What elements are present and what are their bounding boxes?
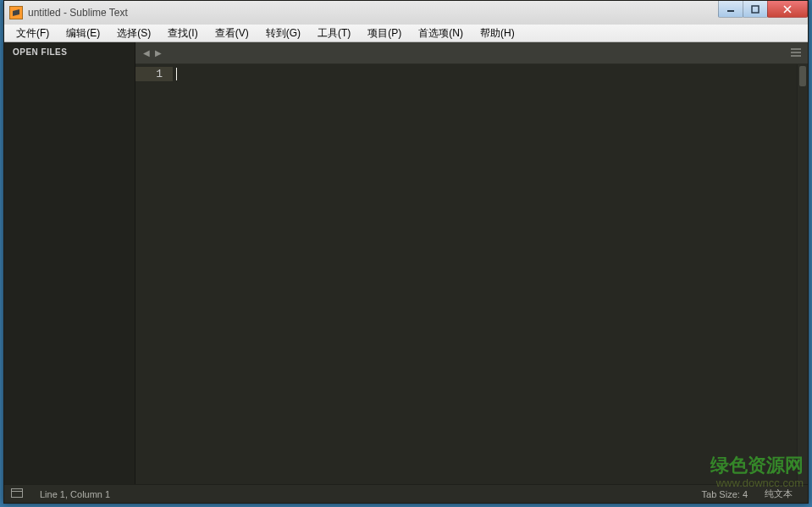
editor-area: 1 — [135, 64, 808, 484]
scrollbar-thumb[interactable] — [799, 66, 806, 86]
app-window: untitled - Sublime Text 文件(F) 编辑(E) 选择(S… — [3, 0, 809, 504]
panel-switcher-icon[interactable] — [11, 488, 23, 499]
menu-tools[interactable]: 工具(T) — [309, 25, 359, 42]
gutter: 1 — [135, 64, 173, 484]
editor-column: ◀ ▶ 1 — [135, 42, 808, 484]
text-cursor — [176, 68, 177, 80]
tab-prev-icon[interactable]: ◀ — [141, 48, 152, 58]
menu-preferences[interactable]: 首选项(N) — [410, 25, 472, 42]
minimize-button[interactable] — [718, 1, 743, 18]
app-icon — [9, 6, 23, 19]
menu-selection[interactable]: 选择(S) — [108, 25, 159, 42]
menu-edit[interactable]: 编辑(E) — [58, 25, 108, 42]
status-syntax[interactable]: 纯文本 — [756, 488, 801, 500]
menu-goto[interactable]: 转到(G) — [257, 25, 309, 42]
menubar: 文件(F) 编辑(E) 选择(S) 查找(I) 查看(V) 转到(G) 工具(T… — [4, 25, 808, 42]
menu-project[interactable]: 项目(P) — [359, 25, 410, 42]
code-line[interactable] — [176, 67, 797, 81]
statusbar: Line 1, Column 1 Tab Size: 4 纯文本 — [4, 484, 808, 503]
window-title: untitled - Sublime Text — [28, 7, 128, 19]
titlebar[interactable]: untitled - Sublime Text — [4, 1, 808, 25]
tab-menu-icon[interactable] — [791, 47, 801, 59]
close-button[interactable] — [767, 1, 808, 18]
content-area: OPEN FILES ◀ ▶ 1 — [4, 42, 808, 484]
sidebar-open-files-header: OPEN FILES — [4, 42, 135, 62]
svg-rect-2 — [12, 489, 23, 498]
code-editor[interactable] — [173, 64, 797, 484]
tab-next-icon[interactable]: ▶ — [152, 48, 164, 58]
svg-rect-1 — [752, 6, 759, 13]
menu-file[interactable]: 文件(F) — [8, 25, 58, 42]
line-number: 1 — [135, 67, 173, 81]
tabbar[interactable]: ◀ ▶ — [135, 42, 808, 64]
status-cursor-position[interactable]: Line 1, Column 1 — [31, 489, 119, 499]
menu-help[interactable]: 帮助(H) — [472, 25, 523, 42]
vertical-scrollbar[interactable] — [797, 64, 808, 484]
maximize-button[interactable] — [743, 1, 768, 18]
sidebar[interactable]: OPEN FILES — [4, 42, 135, 484]
status-tab-size[interactable]: Tab Size: 4 — [693, 489, 756, 499]
menu-view[interactable]: 查看(V) — [207, 25, 257, 42]
window-controls — [719, 1, 808, 18]
svg-rect-0 — [727, 10, 734, 12]
menu-find[interactable]: 查找(I) — [159, 25, 206, 42]
